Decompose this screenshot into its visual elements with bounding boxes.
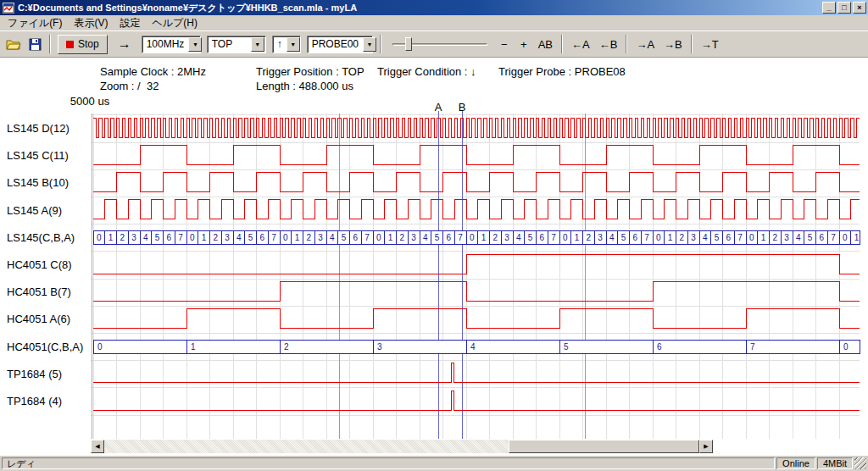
statusbar: レディ Online 4MBit bbox=[0, 456, 868, 471]
svg-text:5: 5 bbox=[621, 233, 626, 242]
svg-text:2: 2 bbox=[773, 233, 778, 242]
goto-marker-a-button[interactable]: ←A bbox=[567, 34, 594, 54]
status-text: レディ bbox=[2, 457, 775, 469]
zoom-out-button[interactable]: − bbox=[495, 34, 514, 54]
svg-text:3: 3 bbox=[131, 233, 136, 242]
trigger-probe-select[interactable]: PROBE00 ▼ bbox=[307, 36, 373, 53]
zoom-in-button[interactable]: + bbox=[515, 34, 533, 54]
svg-text:5: 5 bbox=[155, 233, 160, 242]
toolbar-separator bbox=[380, 35, 381, 53]
svg-text:6: 6 bbox=[260, 233, 265, 242]
resize-grip[interactable] bbox=[854, 457, 866, 469]
chevron-down-icon[interactable]: ▼ bbox=[188, 37, 202, 52]
chevron-down-icon[interactable]: ▼ bbox=[363, 37, 376, 52]
trigger-position-value: TOP bbox=[208, 38, 251, 50]
svg-text:0: 0 bbox=[843, 342, 849, 352]
ab-markers-button[interactable]: AB bbox=[534, 34, 557, 54]
svg-text:4: 4 bbox=[516, 233, 521, 242]
svg-text:2: 2 bbox=[284, 342, 289, 352]
svg-text:7: 7 bbox=[831, 233, 836, 242]
stop-button[interactable]: Stop bbox=[58, 35, 108, 54]
memory-indicator: 4MBit bbox=[817, 457, 853, 469]
trigger-position-select[interactable]: TOP ▼ bbox=[207, 36, 266, 53]
online-indicator: Online bbox=[776, 457, 815, 469]
goto-trigger-button[interactable]: →T bbox=[697, 34, 723, 54]
stop-icon bbox=[66, 41, 74, 48]
svg-text:0: 0 bbox=[283, 233, 288, 242]
toolbar-separator bbox=[561, 35, 563, 53]
svg-text:6: 6 bbox=[447, 233, 452, 242]
trigger-probe-value: PROBE00 bbox=[308, 38, 363, 50]
svg-text:3: 3 bbox=[377, 342, 382, 352]
svg-text:0: 0 bbox=[470, 233, 475, 242]
svg-text:1: 1 bbox=[191, 342, 196, 352]
svg-text:4: 4 bbox=[703, 233, 708, 242]
scroll-right-button[interactable]: ▶ bbox=[699, 440, 713, 453]
chevron-down-icon[interactable]: ▼ bbox=[251, 37, 264, 52]
titlebar: C:¥Documents and Settings¥noname¥デスクトップ¥… bbox=[0, 0, 868, 15]
save-button[interactable] bbox=[25, 34, 45, 54]
horizontal-scrollbar[interactable]: ◀ ▶ bbox=[91, 440, 713, 453]
svg-text:2: 2 bbox=[400, 233, 405, 242]
svg-text:1: 1 bbox=[295, 233, 300, 242]
svg-text:4: 4 bbox=[330, 233, 335, 242]
svg-text:0: 0 bbox=[749, 233, 754, 242]
svg-text:6: 6 bbox=[633, 233, 638, 242]
toolbar-separator bbox=[691, 35, 693, 53]
scroll-left-button[interactable]: ◀ bbox=[91, 440, 104, 453]
svg-text:3: 3 bbox=[784, 233, 789, 242]
svg-text:3: 3 bbox=[225, 233, 230, 242]
forward-marker-b-button[interactable]: →B bbox=[659, 34, 687, 54]
open-folder-icon bbox=[6, 38, 21, 50]
svg-text:0: 0 bbox=[563, 233, 568, 242]
zoom-slider-thumb[interactable] bbox=[405, 37, 412, 51]
svg-text:0: 0 bbox=[656, 233, 661, 242]
svg-text:7: 7 bbox=[458, 233, 463, 242]
goto-marker-b-button[interactable]: ←B bbox=[595, 34, 622, 54]
menu-help[interactable]: ヘルプ(H) bbox=[146, 15, 203, 31]
svg-text:2: 2 bbox=[120, 233, 125, 242]
svg-text:7: 7 bbox=[750, 342, 755, 352]
svg-text:0: 0 bbox=[97, 342, 103, 352]
svg-text:1: 1 bbox=[481, 233, 487, 242]
scrollbar-thumb[interactable] bbox=[509, 440, 699, 453]
app-icon bbox=[3, 3, 14, 14]
svg-text:7: 7 bbox=[271, 233, 276, 242]
svg-text:4: 4 bbox=[143, 233, 148, 242]
maximize-button[interactable]: □ bbox=[837, 2, 851, 14]
close-button[interactable]: × bbox=[853, 2, 866, 14]
trigger-edge-value: ↑ bbox=[273, 38, 287, 50]
stop-button-label: Stop bbox=[78, 38, 99, 50]
svg-text:7: 7 bbox=[178, 233, 183, 242]
svg-text:6: 6 bbox=[820, 233, 825, 242]
waveform-plot[interactable]: 0123456701234567012345670123456701234567… bbox=[0, 58, 868, 456]
svg-text:1: 1 bbox=[388, 233, 393, 242]
menubar: ファイル(F) 表示(V) 設定 ヘルプ(H) bbox=[0, 15, 868, 30]
svg-text:5: 5 bbox=[248, 233, 253, 242]
menu-view[interactable]: 表示(V) bbox=[68, 15, 114, 31]
window-title: C:¥Documents and Settings¥noname¥デスクトップ¥… bbox=[18, 2, 821, 14]
svg-text:1: 1 bbox=[108, 233, 114, 242]
minimize-button[interactable]: _ bbox=[822, 2, 836, 14]
svg-text:3: 3 bbox=[318, 233, 323, 242]
svg-text:1: 1 bbox=[202, 233, 207, 242]
scrollbar-track[interactable] bbox=[104, 440, 699, 453]
open-file-button[interactable] bbox=[3, 34, 24, 54]
menu-file[interactable]: ファイル(F) bbox=[2, 15, 68, 31]
app-window: C:¥Documents and Settings¥noname¥デスクトップ¥… bbox=[0, 0, 868, 471]
svg-text:5: 5 bbox=[435, 233, 440, 242]
run-button[interactable]: → bbox=[111, 34, 138, 54]
chevron-down-icon[interactable]: ▼ bbox=[287, 37, 300, 52]
svg-text:0: 0 bbox=[97, 233, 102, 242]
svg-text:6: 6 bbox=[353, 233, 359, 242]
svg-text:5: 5 bbox=[342, 233, 347, 242]
menu-settings[interactable]: 設定 bbox=[114, 15, 146, 31]
svg-text:3: 3 bbox=[598, 233, 603, 242]
svg-text:1: 1 bbox=[575, 233, 580, 242]
zoom-slider[interactable] bbox=[392, 36, 487, 53]
sample-clock-select[interactable]: 100MHz ▼ bbox=[142, 36, 201, 53]
svg-text:7: 7 bbox=[364, 233, 370, 242]
svg-text:2: 2 bbox=[680, 233, 685, 242]
trigger-edge-select[interactable]: ↑ ▼ bbox=[272, 36, 301, 53]
forward-marker-a-button[interactable]: →A bbox=[632, 34, 659, 54]
